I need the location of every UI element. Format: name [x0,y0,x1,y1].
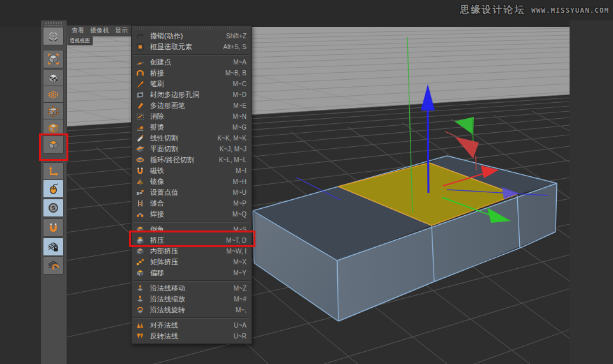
menu-tearoff-strip[interactable] [133,26,250,30]
menu-item-loop-cut[interactable]: 循环/路径切割K~L, M~L [132,155,252,165]
menu-item-set-point-value[interactable]: x=设置点值M~U [132,187,252,198]
menu-item-label: 倒角 [150,225,229,234]
menu-item-shortcut: M~I [236,167,246,174]
watermark-site-name: 思缘设计论坛 [460,4,525,15]
menu-item-label: 磁铁 [150,166,232,176]
menu-item-bevel[interactable]: 倒角M~S [132,224,252,235]
menu-item-inner-extrude[interactable]: 内部挤压M~W, I [132,246,252,257]
menu-item-shortcut: M~P [233,200,246,207]
menu-item-shortcut: M~, [236,307,246,314]
stitch-icon [136,199,145,208]
menu-item-align-normals[interactable]: 对齐法线U~A [132,320,252,331]
tool-model-mode[interactable] [43,50,64,68]
grid-rotate-icon [48,260,59,271]
menu-item-label: 熨烫 [150,123,229,132]
menu-item-label: 多边形画笔 [150,101,229,110]
tool-make-editable[interactable] [43,27,64,45]
menu-separator [132,315,252,320]
menu-item-label: 框显选取元素 [150,42,220,52]
s-circle-icon: S [48,202,59,213]
up-arrow-shaft[interactable] [428,109,428,193]
menu-separator [132,220,252,224]
polygon-pen-icon [136,102,145,110]
normal-move-icon [136,284,145,293]
undo-icon [136,32,145,41]
mirror-icon [136,178,145,186]
menu-item-polygon-pen[interactable]: 多边形画笔M~E [132,100,252,111]
tool-workplane-lock[interactable] [43,238,64,256]
menu-item-create-point[interactable]: 创建点M~A [132,57,252,68]
tool-mouse-tool[interactable] [43,179,64,198]
menu-item-shortcut: M~X [233,259,246,266]
tool-texture-mode[interactable] [43,69,64,87]
tool-workplane-mode[interactable] [43,86,64,104]
matrix-extrude-icon [136,258,145,267]
menu-item-label: 沿法线移动 [150,284,230,293]
brush-icon [136,80,145,89]
tool-snap[interactable] [43,218,64,237]
watermark-site-url: WWW.MISSYUAN.COM [531,6,609,15]
bevel-icon [136,225,145,234]
menu-item-matrix-extrude[interactable]: 矩阵挤压M~X [132,257,252,268]
menu-item-iron[interactable]: 熨烫M~G [132,122,252,133]
magnet-small-icon [136,167,145,176]
menu-item-shortcut: M~C [233,80,246,87]
viewport-menu-1[interactable]: 摄像机 [90,26,109,35]
menu-item-label: 线性切割 [150,133,213,143]
menu-item-line-cut[interactable]: 线性切割K~K, M~K [132,133,252,144]
menu-item-normal-scale[interactable]: 沿法线缩放M~# [132,294,252,305]
toolbar-drag-handle[interactable] [45,22,63,26]
align-normals-icon [136,321,145,330]
menu-item-normal-move[interactable]: 沿法线移动M~Z [132,283,252,294]
menu-item-label: 反转法线 [150,331,230,341]
line-cut-icon [136,134,145,143]
mouse-icon [48,183,59,194]
menu-item-shortcut: M~Z [234,285,246,292]
menu-item-shortcut: M~H [233,178,246,185]
menu-item-label: 笔刷 [150,79,229,89]
menu-item-reverse-normals[interactable]: 反转法线U~R [132,331,252,342]
extrude-icon [136,236,145,245]
grid-dots-icon [48,89,59,100]
menu-item-frame-select[interactable]: 框显选取元素Alt+S, S [132,42,252,52]
tool-viewport-solo[interactable]: S [43,199,64,217]
cube-texture-icon [48,73,59,84]
plane-cut-icon [136,145,145,154]
menu-item-close-hole[interactable]: 封闭多边形孔洞M~D [132,89,252,100]
menu-item-label: 镜像 [150,177,229,186]
menu-item-smooth-shift[interactable]: 偏移M~Y [132,268,252,278]
menu-item-stitch[interactable]: 缝合M~P [132,198,252,209]
cube-points-icon [48,106,59,117]
menu-item-magnet-small[interactable]: 磁铁M~I [132,165,252,176]
menu-item-bridge[interactable]: 桥接M~B, B [132,68,252,79]
viewport-menu-0[interactable]: 查看 [72,26,84,35]
tool-polygon-mode[interactable] [43,135,64,154]
menu-item-shortcut: M~E [233,102,246,109]
menu-item-weld[interactable]: 焊接M~Q [132,209,252,220]
menu-item-undo[interactable]: 撤销(动作)Shift+Z [132,31,252,42]
tool-point-mode[interactable] [43,102,64,121]
tool-edge-mode[interactable] [43,119,64,137]
menu-item-label: 沿法线缩放 [150,294,230,304]
menu-item-dissolve[interactable]: 消除M~N [132,111,252,122]
menu-item-shortcut: M~Y [233,269,246,277]
menu-item-shortcut: Shift+Z [226,33,246,40]
menu-item-mirror[interactable]: 镜像M~H [132,176,252,187]
menu-item-extrude[interactable]: 挤压M~T, D [132,235,252,246]
menu-item-label: 桥接 [150,68,222,78]
grid-lock-icon [48,241,59,252]
menu-separator [132,52,252,57]
tool-enable-axis[interactable] [43,162,64,181]
menu-item-shortcut: M~A [233,59,246,66]
menu-item-normal-rotate[interactable]: 沿法线旋转M~, [132,305,252,315]
menu-item-label: 平面切割 [150,144,216,154]
bridge-icon [136,69,145,78]
viewport-scene [0,0,613,364]
menu-item-label: 创建点 [150,57,229,67]
menu-item-plane-cut[interactable]: 平面切割K~J, M~J [132,144,252,155]
menu-item-brush[interactable]: 笔刷M~C [132,79,252,89]
viewport-menu-2[interactable]: 显示 [115,26,128,35]
cube-model-icon [48,54,59,64]
context-menu: 撤销(动作)Shift+Z框显选取元素Alt+S, S创建点M~A桥接M~B, … [131,25,252,344]
tool-workplane-rotate[interactable] [43,256,64,275]
